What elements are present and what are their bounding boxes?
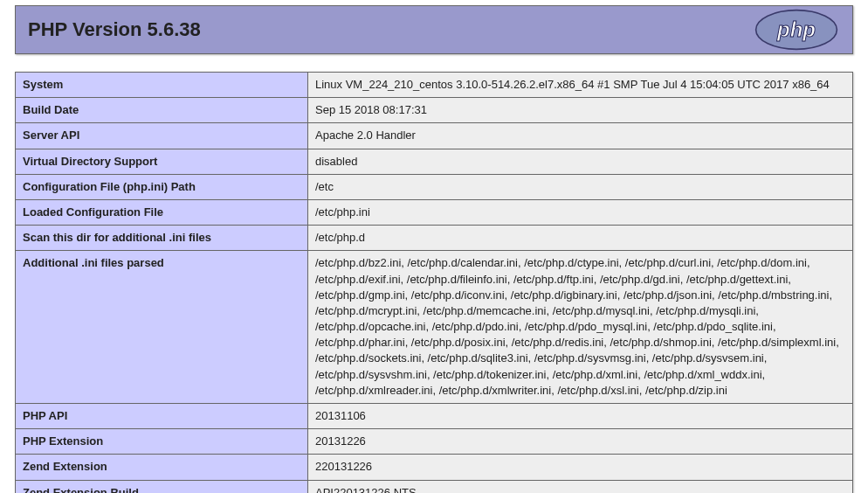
table-row: Zend Extension BuildAPI220131226,NTS bbox=[16, 480, 853, 493]
row-label: PHP API bbox=[16, 404, 308, 429]
row-label: System bbox=[16, 73, 308, 98]
row-value: 20131106 bbox=[308, 404, 853, 429]
table-row: PHP API20131106 bbox=[16, 404, 853, 429]
table-row: Additional .ini files parsed/etc/php.d/b… bbox=[16, 251, 853, 404]
row-value: Linux VM_224_210_centos 3.10.0-514.26.2.… bbox=[308, 73, 853, 98]
table-row: SystemLinux VM_224_210_centos 3.10.0-514… bbox=[16, 73, 853, 98]
row-label: Zend Extension bbox=[16, 455, 308, 480]
table-row: Build DateSep 15 2018 08:17:31 bbox=[16, 98, 853, 123]
phpinfo-table: SystemLinux VM_224_210_centos 3.10.0-514… bbox=[15, 72, 853, 493]
table-row: Scan this dir for additional .ini files/… bbox=[16, 226, 853, 251]
table-row: Server APIApache 2.0 Handler bbox=[16, 123, 853, 149]
row-value: Sep 15 2018 08:17:31 bbox=[308, 98, 853, 123]
svg-text:php: php bbox=[776, 17, 816, 41]
row-value: /etc/php.d/bz2.ini, /etc/php.d/calendar.… bbox=[308, 251, 853, 404]
row-value: /etc/php.d bbox=[308, 226, 853, 251]
row-label: Additional .ini files parsed bbox=[16, 251, 308, 404]
table-row: Loaded Configuration File/etc/php.ini bbox=[16, 199, 853, 225]
row-value: API220131226,NTS bbox=[308, 480, 853, 493]
table-row: Configuration File (php.ini) Path/etc bbox=[16, 174, 853, 199]
row-label: Loaded Configuration File bbox=[16, 199, 308, 225]
row-label: Scan this dir for additional .ini files bbox=[16, 226, 308, 251]
row-label: Configuration File (php.ini) Path bbox=[16, 174, 308, 199]
row-label: Build Date bbox=[16, 98, 308, 123]
row-value: Apache 2.0 Handler bbox=[308, 123, 853, 149]
phpinfo-header: PHP Version 5.6.38 php bbox=[15, 5, 853, 54]
table-row: Virtual Directory Supportdisabled bbox=[16, 149, 853, 174]
row-label: PHP Extension bbox=[16, 429, 308, 455]
table-row: PHP Extension20131226 bbox=[16, 429, 853, 455]
row-value: /etc bbox=[308, 174, 853, 199]
php-logo-icon: php bbox=[753, 9, 840, 51]
row-label: Virtual Directory Support bbox=[16, 149, 308, 174]
row-value: 20131226 bbox=[308, 429, 853, 455]
row-value: 220131226 bbox=[308, 455, 853, 480]
table-row: Zend Extension220131226 bbox=[16, 455, 853, 480]
page-title: PHP Version 5.6.38 bbox=[28, 18, 201, 41]
row-label: Server API bbox=[16, 123, 308, 149]
row-label: Zend Extension Build bbox=[16, 480, 308, 493]
row-value: /etc/php.ini bbox=[308, 199, 853, 225]
row-value: disabled bbox=[308, 149, 853, 174]
